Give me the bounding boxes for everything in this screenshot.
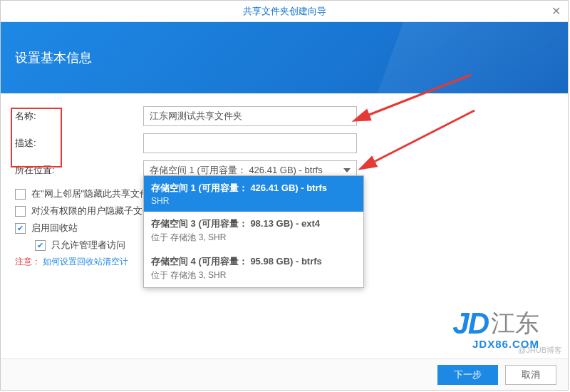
label-location: 所在位置: [15, 164, 143, 177]
check-label: 在"网上邻居"隐藏此共享文件 [31, 187, 149, 200]
option-main: 存储空间 3 (可用容量： 98.13 GB) - ext4 [151, 217, 356, 230]
logo-watermark: JD 江东 JDX86.COM [452, 306, 539, 350]
header-title: 设置基本信息 [15, 49, 92, 66]
wizard-dialog: 共享文件夹创建向导 ✕ 设置基本信息 名称: 描述: 所在位置: 存储空间 1 … [0, 0, 569, 391]
check-label: 只允许管理者访问 [51, 239, 125, 252]
label-desc: 描述: [15, 137, 143, 150]
arrow-annotation-icon [364, 108, 492, 182]
check-label: 启用回收站 [31, 222, 78, 234]
option-sub: 位于 存储池 3, SHR [151, 232, 356, 244]
logo-cn: 江东 [491, 307, 539, 340]
option-main: 存储空间 4 (可用容量： 95.98 GB) - btrfs [151, 255, 356, 268]
checkbox-checked-icon [15, 223, 26, 234]
checkbox-icon [15, 189, 26, 200]
next-button[interactable]: 下一步 [437, 365, 498, 385]
desc-input[interactable] [143, 133, 357, 153]
checkbox-checked-icon [35, 240, 46, 251]
chevron-down-icon [343, 168, 351, 172]
dropdown-option[interactable]: 存储空间 4 (可用容量： 95.98 GB) - btrfs 位于 存储池 3… [144, 249, 363, 287]
footer: 下一步 取消 [1, 359, 568, 390]
dropdown-option[interactable]: 存储空间 3 (可用容量： 98.13 GB) - ext4 位于 存储池 3,… [144, 212, 363, 249]
titlebar-text: 共享文件夹创建向导 [243, 5, 326, 18]
note-link[interactable]: 如何设置回收站清空计 [43, 257, 128, 267]
svg-line-1 [371, 110, 475, 163]
dropdown-option[interactable]: 存储空间 1 (可用容量： 426.41 GB) - btrfs SHR [144, 176, 363, 212]
close-icon[interactable]: ✕ [551, 4, 561, 18]
check-label: 对没有权限的用户隐藏子文件 [31, 205, 152, 217]
option-main: 存储空间 1 (可用容量： 426.41 GB) - btrfs [151, 182, 356, 195]
location-dropdown-panel: 存储空间 1 (可用容量： 426.41 GB) - btrfs SHR 存储空… [143, 175, 364, 288]
checkbox-icon [15, 206, 26, 217]
note-prefix: 注意： [15, 257, 41, 267]
titlebar: 共享文件夹创建向导 ✕ [1, 1, 568, 22]
name-input[interactable] [143, 106, 357, 126]
option-sub: 位于 存储池 3, SHR [151, 269, 356, 282]
option-sub: SHR [151, 196, 356, 206]
label-name: 名称: [15, 110, 143, 123]
cancel-button[interactable]: 取消 [505, 365, 556, 385]
logo-jd: JD [452, 306, 488, 341]
